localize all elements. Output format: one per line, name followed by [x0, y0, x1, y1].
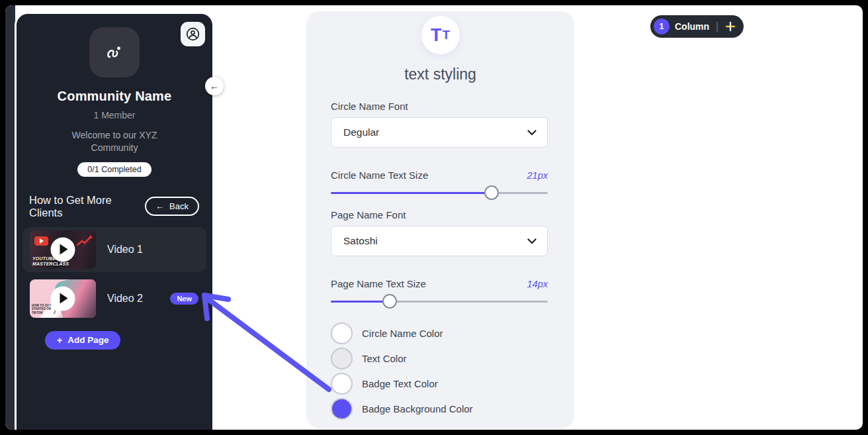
- community-preview-card: ← Community Name 1 Member Welcome to our…: [15, 12, 214, 430]
- plus-icon: +: [57, 335, 62, 346]
- color-swatch[interactable]: [331, 348, 353, 369]
- video-title: Video 1: [107, 244, 143, 256]
- column-label: Column: [675, 21, 709, 32]
- member-count: 1 Member: [17, 110, 212, 121]
- video-1-thumbnail: YOUTUBE MASTERCLASS: [30, 230, 96, 269]
- back-button[interactable]: ← Back: [145, 197, 199, 216]
- page-name-size-slider[interactable]: [331, 294, 548, 309]
- page-name-font-label: Page Name Font: [331, 209, 548, 220]
- profile-button[interactable]: [181, 22, 205, 46]
- column-count-badge[interactable]: 1: [654, 19, 670, 34]
- arrow-left-icon: ←: [155, 201, 164, 211]
- slider-thumb[interactable]: [484, 185, 499, 200]
- play-button[interactable]: [51, 286, 75, 311]
- page-name-font-select[interactable]: Satoshi: [331, 226, 548, 256]
- left-panel-edge: [5, 5, 15, 430]
- page-name-size-label: Page Name Text Size: [331, 278, 426, 289]
- welcome-text: Welcome to our XYZ Community: [17, 129, 212, 155]
- column-toolbar[interactable]: 1 Column: [650, 15, 744, 38]
- community-name: Community Name: [17, 89, 212, 104]
- arrow-left-icon: ←: [210, 81, 219, 91]
- circle-name-font-label: Circle Name Font: [331, 101, 548, 112]
- youtube-logo-icon: [34, 236, 48, 246]
- video-2-thumb-caption: HOW TO GET STARTED ON TIKTOK: [32, 304, 53, 315]
- circle-name-size-label: Circle Name Text Size: [331, 169, 428, 181]
- panel-title: text styling: [306, 66, 574, 83]
- app-page: ← Community Name 1 Member Welcome to our…: [5, 5, 863, 430]
- section-title: How to Get More Clients: [29, 194, 145, 219]
- play-button[interactable]: [51, 237, 75, 262]
- circle-name-size-value: 21px: [527, 170, 548, 181]
- collapse-sidebar-button[interactable]: ←: [205, 77, 224, 95]
- add-column-button[interactable]: [725, 21, 736, 32]
- page-name-size-value: 14px: [527, 279, 548, 289]
- chevron-down-icon: [527, 130, 537, 136]
- swatch-row-badge-text-color[interactable]: Badge Text Color: [331, 371, 548, 396]
- swatch-row-circle-name-color[interactable]: Circle Name Color: [331, 320, 548, 346]
- window-frame: ← Community Name 1 Member Welcome to our…: [0, 0, 868, 435]
- chevron-down-icon: [527, 238, 537, 244]
- text-styling-panel: T T text styling Circle Name Font Degula…: [306, 11, 574, 428]
- user-circle-icon: [185, 26, 200, 42]
- video-2-thumbnail: HOW TO GET STARTED ON TIKTOK ♪: [30, 279, 96, 318]
- color-swatch[interactable]: [331, 373, 353, 395]
- swatch-row-badge-background-color[interactable]: Badge Background Color: [331, 396, 548, 421]
- color-swatch-list: Circle Name Color Text Color Badge Text …: [331, 320, 548, 421]
- color-swatch[interactable]: [331, 322, 353, 344]
- community-logo[interactable]: [89, 27, 140, 77]
- new-badge: New: [170, 293, 198, 305]
- swatch-row-text-color[interactable]: Text Color: [331, 346, 548, 371]
- circle-name-size-slider[interactable]: [331, 185, 548, 200]
- slider-thumb[interactable]: [382, 294, 397, 309]
- video-title: Video 2: [107, 293, 143, 305]
- completed-badge: 0/1 Completed: [77, 162, 151, 177]
- divider: [716, 22, 718, 32]
- color-swatch[interactable]: [331, 398, 353, 420]
- video-list: YOUTUBE MASTERCLASS Video 1 HOW TO GET S…: [17, 227, 212, 321]
- add-page-button[interactable]: + Add Page: [45, 331, 120, 350]
- video-row-2[interactable]: HOW TO GET STARTED ON TIKTOK ♪ Video 2 N…: [22, 276, 206, 321]
- text-styling-icon: T T: [421, 16, 460, 54]
- circle-name-font-select[interactable]: Degular: [331, 117, 548, 148]
- scribble-logo-icon: [103, 41, 126, 64]
- video-row-1[interactable]: YOUTUBE MASTERCLASS Video 1: [22, 227, 206, 272]
